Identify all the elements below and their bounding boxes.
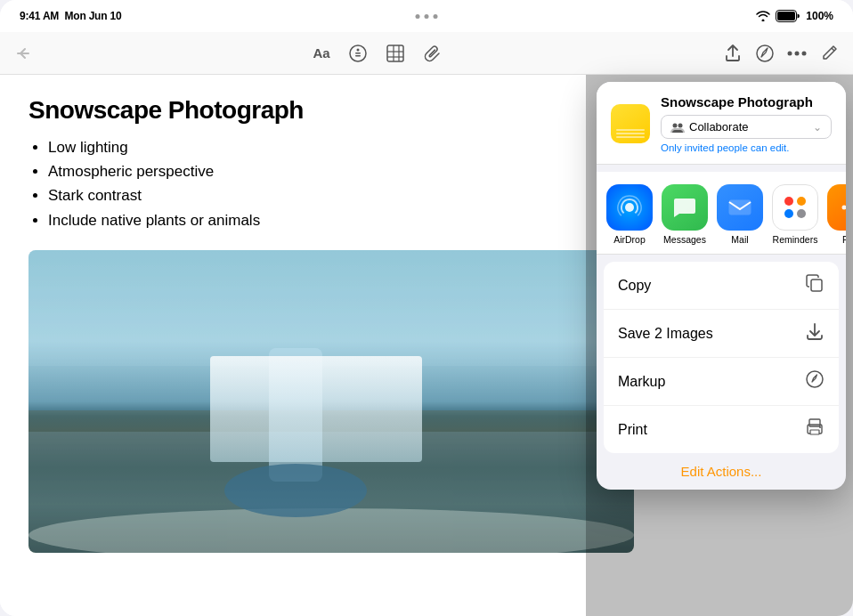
edit-actions-button[interactable]: Edit Actions...	[597, 453, 846, 490]
share-note-title: Snowscape Photograph	[661, 94, 832, 109]
svg-rect-5	[355, 55, 361, 57]
svg-rect-28	[811, 280, 822, 291]
airdrop-icon	[606, 184, 653, 231]
svg-line-15	[832, 48, 834, 51]
collaborate-row[interactable]: Collaborate ⌄	[661, 115, 832, 139]
markup-action-label: Markup	[618, 374, 665, 390]
share-button[interactable]	[723, 44, 743, 63]
collaborate-label: Collaborate	[670, 120, 749, 134]
more-share-icon	[827, 184, 846, 231]
svg-rect-30	[809, 419, 820, 426]
share-actions-list: Copy Save 2 Images	[604, 262, 839, 453]
reminders-label: Reminders	[773, 234, 818, 245]
svg-point-14	[802, 51, 807, 55]
copy-action-label: Copy	[618, 278, 651, 294]
print-icon	[805, 417, 825, 442]
attach-button[interactable]	[423, 44, 443, 63]
mail-app[interactable]: Mail	[716, 184, 764, 245]
checklist-button[interactable]	[348, 44, 368, 63]
people-icon	[670, 122, 685, 133]
svg-point-19	[224, 464, 367, 517]
copy-action[interactable]: Copy	[604, 262, 839, 310]
svg-point-33	[819, 426, 821, 428]
share-note-app-icon	[611, 104, 650, 143]
more-label: Fr...	[842, 234, 846, 245]
share-apps-row: AirDrop Messages	[597, 172, 846, 255]
svg-rect-20	[28, 250, 634, 366]
font-button[interactable]: Aa	[313, 45, 329, 61]
save-images-label: Save 2 Images	[618, 326, 713, 342]
svg-rect-4	[355, 53, 361, 54]
table-button[interactable]	[386, 44, 405, 63]
share-sheet: Snowscape Photograph Collaborate	[597, 82, 846, 490]
back-button[interactable]	[14, 45, 32, 62]
more-button[interactable]	[787, 51, 807, 56]
wifi-icon	[756, 11, 770, 21]
compose-button[interactable]	[819, 44, 839, 63]
ipad-frame: 9:41 AM Mon Jun 10 100%	[0, 0, 853, 616]
svg-point-23	[625, 203, 634, 212]
markup-toolbar-button[interactable]	[755, 44, 775, 63]
markup-icon	[805, 369, 825, 393]
share-header: Snowscape Photograph Collaborate	[597, 82, 846, 165]
svg-point-22	[678, 123, 683, 127]
print-action[interactable]: Print	[604, 406, 839, 453]
save-images-action[interactable]: Save 2 Images	[604, 310, 839, 358]
messages-label: Messages	[663, 234, 706, 245]
markup-action[interactable]: Markup	[604, 358, 839, 406]
svg-point-12	[788, 51, 792, 55]
share-header-text: Snowscape Photograph Collaborate	[661, 94, 832, 153]
messages-app[interactable]: Messages	[661, 184, 709, 245]
svg-point-25	[842, 206, 847, 210]
copy-icon	[805, 273, 825, 297]
save-icon	[805, 321, 825, 345]
svg-point-13	[795, 51, 800, 55]
reminders-icon	[772, 184, 818, 231]
share-permission-text: Only invited people can edit.	[661, 139, 832, 153]
svg-rect-24	[729, 200, 751, 215]
svg-rect-32	[810, 430, 819, 434]
reminders-app[interactable]: Reminders	[771, 184, 819, 245]
mail-icon	[717, 184, 763, 231]
permission-link[interactable]: Only invited people can edit.	[661, 142, 789, 153]
airdrop-label: AirDrop	[613, 234, 646, 245]
mail-label: Mail	[731, 234, 748, 245]
battery-icon	[776, 10, 800, 22]
messages-icon	[662, 184, 708, 231]
svg-point-21	[673, 123, 678, 127]
status-bar: 9:41 AM Mon Jun 10 100%	[0, 0, 853, 32]
svg-rect-1	[777, 12, 795, 20]
share-overlay: Snowscape Photograph Collaborate	[586, 75, 853, 616]
toolbar: Aa	[0, 32, 853, 75]
airdrop-app[interactable]: AirDrop	[605, 184, 654, 245]
status-time-date: 9:41 AM Mon Jun 10	[20, 10, 121, 22]
chevron-down-icon: ⌄	[813, 121, 822, 134]
svg-point-3	[356, 48, 359, 51]
print-action-label: Print	[618, 422, 647, 438]
more-app[interactable]: Fr...	[826, 184, 846, 245]
status-center-dots	[416, 14, 438, 19]
battery-percent: 100%	[806, 10, 833, 22]
svg-rect-6	[387, 45, 403, 61]
status-right: 100%	[756, 10, 833, 22]
note-photo	[28, 250, 634, 553]
svg-rect-18	[269, 348, 322, 482]
